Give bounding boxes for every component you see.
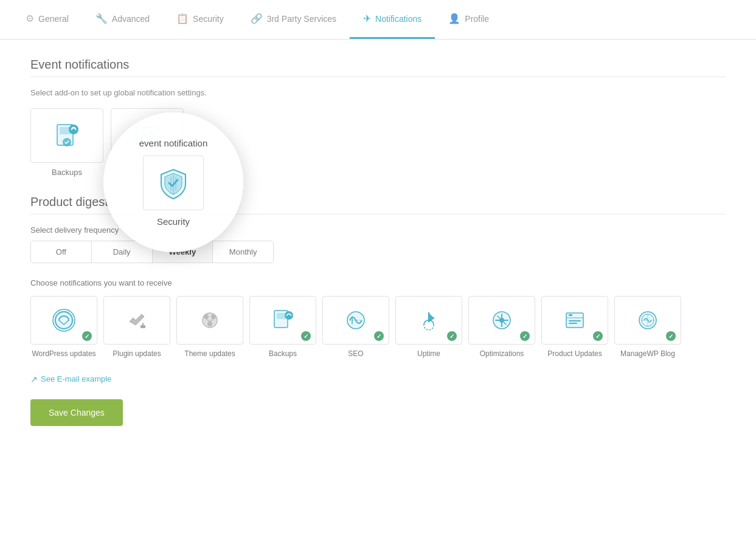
notif-optimizations-label: Optimizations bbox=[480, 349, 524, 359]
check-badge-seo bbox=[374, 331, 384, 341]
svg-point-14 bbox=[211, 314, 216, 319]
tab-advanced[interactable]: 🔧 Advanced bbox=[82, 0, 163, 39]
seo-svg bbox=[344, 308, 368, 332]
addon-backups[interactable]: Backups bbox=[30, 108, 103, 177]
top-navigation: ⚙ General 🔧 Advanced 📋 Security 🔗 3rd Pa… bbox=[0, 0, 756, 40]
event-notifications-desc: Select add-on to set up global notificat… bbox=[30, 88, 726, 97]
email-example-text: See E-mail example bbox=[41, 374, 111, 383]
tab-3rdparty-label: 3rd Party Services bbox=[267, 14, 336, 24]
svg-point-13 bbox=[204, 314, 209, 319]
freq-monthly[interactable]: Monthly bbox=[213, 241, 273, 263]
addon-backups-icon-box bbox=[30, 108, 103, 163]
notif-product-updates-label: Product Updates bbox=[547, 349, 602, 359]
svg-rect-27 bbox=[569, 314, 572, 316]
svg-rect-17 bbox=[277, 313, 285, 319]
managewp-svg bbox=[636, 308, 660, 332]
notif-backups-label: Backups bbox=[269, 349, 297, 359]
notifications-icon: ✈ bbox=[363, 13, 371, 24]
uptime-notif-svg bbox=[417, 308, 441, 332]
profile-icon: 👤 bbox=[448, 13, 460, 24]
section-divider-1 bbox=[30, 77, 726, 77]
notif-seo-label: SEO bbox=[348, 349, 363, 359]
event-notifications-title: Event notifications bbox=[30, 58, 726, 72]
zoom-overlay: event notification Security bbox=[103, 112, 243, 252]
zoom-title: event notification bbox=[139, 138, 208, 148]
tab-3rdparty[interactable]: 🔗 3rd Party Services bbox=[237, 0, 350, 39]
notif-wordpress-icon-box bbox=[30, 296, 97, 345]
notif-plugin-updates[interactable]: Plugin updates bbox=[103, 296, 170, 359]
notif-uptime[interactable]: Uptime bbox=[395, 296, 462, 359]
svg-point-2 bbox=[69, 125, 78, 134]
freq-off[interactable]: Off bbox=[31, 241, 92, 263]
check-badge-managewp bbox=[666, 331, 676, 341]
zoom-icon-box bbox=[143, 156, 204, 210]
email-example-link[interactable]: ↗ See E-mail example bbox=[30, 374, 111, 384]
notif-optimizations[interactable]: Optimizations bbox=[468, 296, 535, 359]
notif-uptime-icon-box bbox=[395, 296, 462, 345]
svg-point-15 bbox=[207, 321, 212, 326]
check-badge-product-updates bbox=[593, 331, 603, 341]
svg-rect-25 bbox=[569, 320, 581, 321]
notif-product-icon-box bbox=[541, 296, 608, 345]
check-badge-backups bbox=[301, 331, 311, 341]
advanced-icon: 🔧 bbox=[95, 13, 108, 24]
notif-backups-icon-box bbox=[249, 296, 316, 345]
general-icon: ⚙ bbox=[26, 13, 34, 24]
notif-plugin-label: Plugin updates bbox=[113, 349, 161, 359]
notification-icons-row: WordPress updates Plugin updates bbox=[30, 296, 726, 359]
tab-advanced-label: Advanced bbox=[112, 14, 150, 24]
notif-theme-updates[interactable]: Theme updates bbox=[176, 296, 243, 359]
tab-security[interactable]: 📋 Security bbox=[163, 0, 237, 39]
addon-backups-label: Backups bbox=[52, 168, 82, 177]
tab-security-label: Security bbox=[193, 14, 224, 24]
notif-plugin-icon-box bbox=[103, 296, 170, 345]
notif-wordpress-updates[interactable]: WordPress updates bbox=[30, 296, 97, 359]
notif-product-updates[interactable]: Product Updates bbox=[541, 296, 608, 359]
save-changes-button[interactable]: Save Changes bbox=[30, 399, 123, 426]
main-content: Event notifications Select add-on to set… bbox=[0, 40, 756, 553]
security-zoom-svg bbox=[155, 165, 192, 201]
check-badge-uptime bbox=[447, 331, 457, 341]
tab-general[interactable]: ⚙ General bbox=[12, 0, 82, 39]
zoom-label: Security bbox=[157, 216, 190, 227]
svg-point-8 bbox=[53, 309, 75, 331]
notif-optimizations-icon-box bbox=[468, 296, 535, 345]
email-example-icon: ↗ bbox=[30, 374, 38, 384]
product-updates-svg bbox=[563, 308, 587, 332]
backups-svg bbox=[52, 121, 81, 150]
notif-seo-icon-box bbox=[322, 296, 389, 345]
link-icon: 🔗 bbox=[251, 13, 263, 24]
choose-notif-label: Choose notifications you want to receive bbox=[30, 278, 726, 287]
notif-wordpress-label: WordPress updates bbox=[32, 349, 95, 359]
notif-managewp-icon-box bbox=[614, 296, 681, 345]
plugin-svg bbox=[125, 308, 149, 332]
theme-svg bbox=[198, 308, 222, 332]
check-badge-wordpress bbox=[82, 331, 92, 341]
notif-theme-icon-box bbox=[176, 296, 243, 345]
tab-general-label: General bbox=[38, 14, 69, 24]
check-badge-optimizations bbox=[520, 331, 530, 341]
notif-uptime-label: Uptime bbox=[417, 349, 440, 359]
wordpress-svg bbox=[52, 308, 76, 332]
tab-profile-label: Profile bbox=[465, 14, 489, 24]
tab-notifications[interactable]: ✈ Notifications bbox=[350, 0, 435, 39]
svg-rect-11 bbox=[142, 323, 144, 326]
svg-rect-26 bbox=[569, 323, 577, 324]
svg-point-22 bbox=[499, 318, 504, 323]
backups-notif-svg bbox=[271, 308, 295, 332]
notif-theme-label: Theme updates bbox=[184, 349, 235, 359]
notif-managewp-label: ManageWP Blog bbox=[620, 349, 675, 359]
notif-managewp-blog[interactable]: ManageWP Blog bbox=[614, 296, 681, 359]
security-icon: 📋 bbox=[176, 13, 189, 24]
tab-profile[interactable]: 👤 Profile bbox=[435, 0, 502, 39]
optimizations-svg bbox=[490, 308, 514, 332]
notif-seo[interactable]: SEO bbox=[322, 296, 389, 359]
tab-notifications-label: Notifications bbox=[375, 14, 421, 24]
notif-backups[interactable]: Backups bbox=[249, 296, 316, 359]
